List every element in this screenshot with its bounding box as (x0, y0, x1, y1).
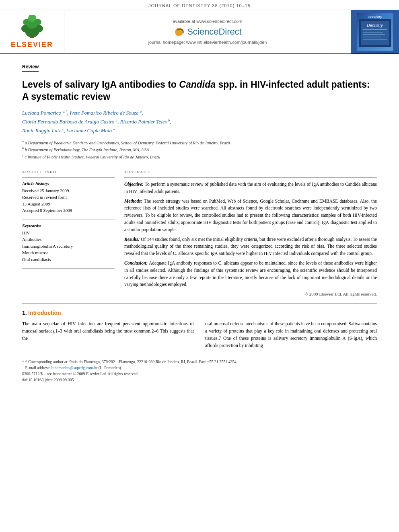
copyright: © 2009 Elsevier Ltd. All rights reserved… (124, 292, 377, 296)
methods-label: Methods: (124, 199, 142, 203)
elsevier-brand: ELSEVIER (11, 41, 53, 49)
article-info-col: ARTICLE INFO Article history: Received 2… (22, 170, 115, 296)
abstract-heading: ABSTRACT (124, 170, 377, 174)
article-title: Levels of salivary IgA antibodies to Can… (22, 79, 377, 103)
footer: * * Corresponding author at: Praia do Fl… (22, 359, 377, 383)
keyword-3: Immunoglobulin A secretory (22, 243, 115, 250)
bottom-divider (22, 268, 115, 269)
info-divider (22, 177, 115, 178)
sciencedirect-logo: ScienceDirect (173, 25, 242, 38)
abstract-conclusion: Conclusion: Adequate IgA antibody respon… (124, 260, 377, 288)
center-logo: available at www.sciencedirect.com Scien… (64, 10, 351, 53)
article-info-heading: ARTICLE INFO (22, 170, 115, 174)
authors: Luciana Pomarico a,*, Ivete Pomarico Rib… (22, 109, 377, 135)
doi-line: doi:10.1016/j.jdent.2009.09.005 (22, 377, 377, 383)
section-tag: Review (22, 64, 39, 72)
corresponding-author-text: * Corresponding author at: Praia do Flam… (25, 359, 238, 364)
email-line: E-mail address: lupomarico@superig.com.b… (22, 365, 377, 371)
keyword-4: Mouth mucosa (22, 249, 115, 256)
journal-header: JOURNAL OF DENTISTRY 38 (2010) 10–15 (0, 0, 399, 10)
abstract-divider (124, 177, 377, 178)
history-line-1: Received 25 January 2009 (22, 187, 115, 194)
abstract-col: ABSTRACT Objective: To perform a systema… (124, 170, 377, 296)
results-label: Results: (124, 237, 140, 242)
objective-text: To perform a systematic review of publis… (124, 182, 377, 194)
elsevier-logo: ELSEVIER (0, 10, 64, 53)
section-title: Introduction (28, 310, 61, 316)
history-line-2: Received in revised form (22, 194, 115, 201)
svg-rect-15 (363, 37, 381, 37)
footer-divider (22, 356, 377, 356)
svg-rect-13 (363, 32, 383, 33)
history-line-3: 13 August 2009 (22, 201, 115, 207)
keyword-5: Oral candidiasis (22, 256, 115, 263)
email-label: E-mail address: (25, 366, 51, 370)
dentistry-cover: Dentistry Dentistry (351, 10, 399, 53)
article-history: Article history: Received 25 January 200… (22, 181, 115, 214)
methods-text: The search strategy was based on PubMed,… (124, 199, 377, 232)
keyword-2: Antibodies (22, 236, 115, 243)
sciencedirect-name: ScienceDirect (187, 27, 242, 37)
section-number: 1. (22, 310, 27, 316)
conclusion-text: Adequate IgA antibody responses to C. al… (124, 261, 377, 287)
dentistry-label: Dentistry (368, 15, 382, 19)
abstract-text: Objective: To perform a systematic revie… (124, 181, 377, 288)
body-right-col: oral mucosal defense mechanisms of these… (205, 320, 377, 349)
available-text: available at www.sciencedirect.com (173, 19, 242, 24)
keyword-1: HIV (22, 230, 115, 236)
corresponding-author: * * Corresponding author at: Praia do Fl… (22, 359, 377, 365)
history-line-4: Accepted 8 September 2009 (22, 207, 115, 214)
body-columns: The main sequelae of HIV infection are f… (22, 320, 377, 349)
abstract-methods: Methods: The search strategy was based o… (124, 198, 377, 234)
body-divider (22, 304, 377, 304)
divider-1 (22, 165, 377, 165)
objective-label: Objective: (124, 182, 144, 187)
svg-rect-12 (363, 29, 387, 30)
abstract-results: Results: Of 144 studies found, only six … (124, 236, 377, 257)
history-label: Article history: (22, 181, 115, 186)
main-content: Review Levels of salivary IgA antibodies… (0, 54, 399, 391)
email-suffix: (L. Pomarico). (97, 366, 122, 370)
affiliations: a a Department of Paediatric Dentistry a… (22, 139, 377, 160)
cover-art: Dentistry (359, 19, 391, 47)
svg-rect-14 (363, 34, 385, 35)
elsevier-tree-icon (18, 15, 46, 39)
journal-homepage: journal homepage: www.intl.elsevierhealt… (148, 40, 267, 45)
keywords-section: Keywords: HIV Antibodies Immunoglobulin … (22, 223, 115, 263)
svg-text:Dentistry: Dentistry (367, 23, 383, 28)
issn-line: 0300-5712/$ – see front matter © 2009 El… (22, 371, 377, 377)
intro-right-text: oral mucosal defense mechanisms of these… (205, 320, 377, 349)
email-link[interactable]: lupomarico@superig.com.br (51, 366, 97, 370)
svg-point-8 (31, 34, 33, 36)
article-meta-row: ARTICLE INFO Article history: Received 2… (22, 170, 377, 296)
svg-rect-16 (363, 39, 387, 40)
conclusion-label: Conclusion: (124, 261, 148, 265)
keywords-divider (22, 220, 115, 220)
intro-heading-row: 1. Introduction (22, 310, 377, 316)
intro-left-text: The main sequelae of HIV infection are f… (22, 320, 194, 342)
logo-row: ELSEVIER available at www.sciencedirect.… (0, 10, 399, 54)
sciencedirect-icon (173, 25, 186, 38)
body-left-col: The main sequelae of HIV infection are f… (22, 320, 194, 349)
abstract-objective: Objective: To perform a systematic revie… (124, 181, 377, 195)
keywords-label: Keywords: (22, 223, 115, 228)
results-text: Of 144 studies found, only six met the i… (124, 237, 377, 256)
